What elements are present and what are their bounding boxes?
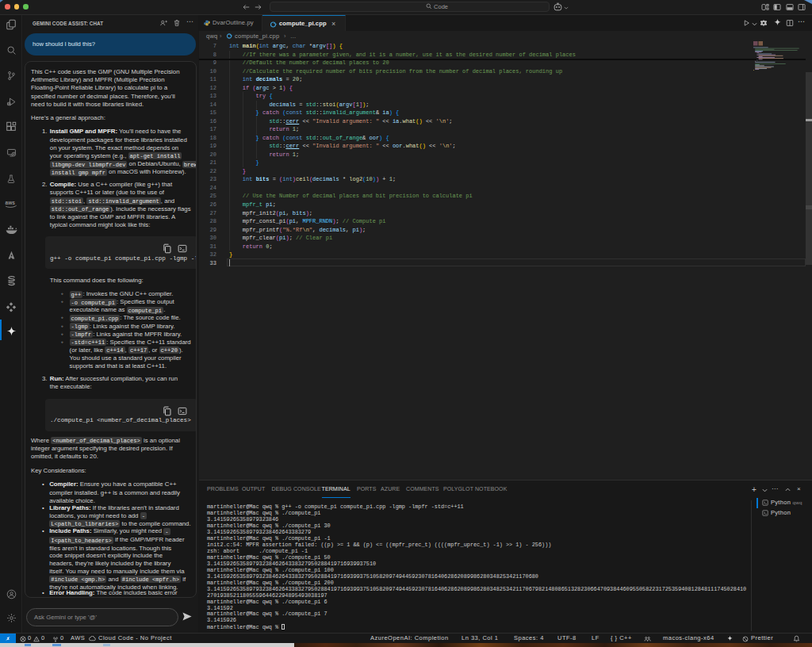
svg-text:aws: aws: [5, 200, 15, 205]
